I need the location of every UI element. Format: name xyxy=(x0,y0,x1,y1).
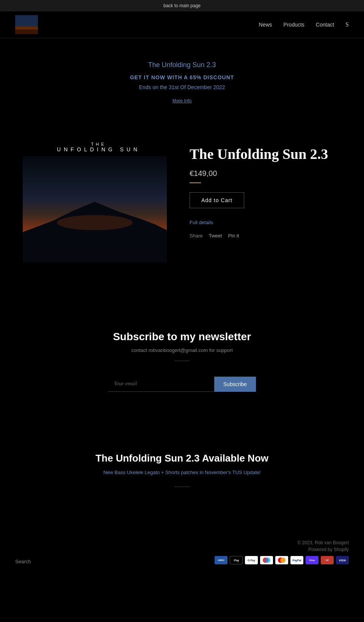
nav-news[interactable]: News xyxy=(259,22,272,28)
product-price: €149,00 xyxy=(190,169,341,178)
footer-banner-subtitle: New Bass Ukelele Legato + Shorts patches… xyxy=(15,470,349,475)
top-bar[interactable]: back to main page xyxy=(0,0,364,11)
product-image-main-label: UNFOLDING SUN xyxy=(23,146,174,152)
payment-shop-pay: Shop xyxy=(306,556,318,564)
payment-amex: AMEX xyxy=(215,556,228,564)
payment-paypal: PayPal xyxy=(290,556,303,564)
search-icon[interactable]: S xyxy=(345,21,349,28)
newsletter-divider xyxy=(174,361,190,361)
payment-google-pay: G Pay xyxy=(245,556,258,564)
full-details-link[interactable]: Full details xyxy=(190,220,341,225)
nav-contact[interactable]: Contact xyxy=(316,22,334,28)
product-image-title: THE UNFOLDING SUN xyxy=(23,142,174,152)
footer-right: © 2023, Rob van Boogert Powered by Shopi… xyxy=(215,540,349,564)
logo[interactable] xyxy=(15,15,38,34)
promo-ends-text: Ends on the 31st Of December 2022 xyxy=(8,84,356,90)
nav-products[interactable]: Products xyxy=(284,22,304,28)
pin-link[interactable]: Pin it xyxy=(228,233,239,239)
footer-copyright: © 2023, Rob van Boogert xyxy=(215,540,349,545)
social-share: Share Tweet Pin it xyxy=(190,233,341,239)
product-image-container: THE UNFOLDING SUN xyxy=(23,142,174,262)
footer-banner-divider xyxy=(174,487,190,487)
payment-mastercard xyxy=(275,556,288,564)
newsletter-subtitle: contact robvanboogert@gmail.com for supp… xyxy=(15,347,349,353)
payment-union-pay: UP xyxy=(321,556,334,564)
promo-section: The Unfolding Sun 2.3 GET IT NOW WITH A … xyxy=(0,38,364,119)
tweet-link[interactable]: Tweet xyxy=(209,233,222,239)
payment-visa: VISA xyxy=(336,556,349,564)
header: News Products Contact S xyxy=(0,11,364,38)
newsletter-form: Subscribe xyxy=(15,376,349,392)
svg-rect-2 xyxy=(15,30,38,34)
product-name: The Unfolding Sun 2.3 xyxy=(190,146,341,163)
back-to-main-link[interactable]: back to main page xyxy=(163,3,201,8)
share-label: Share xyxy=(190,233,203,239)
product-section: THE UNFOLDING SUN xyxy=(0,127,364,278)
product-image-the-label: THE xyxy=(23,142,174,146)
svg-point-8 xyxy=(265,558,270,563)
footer-powered: Powered by Shopify xyxy=(215,547,349,552)
email-input[interactable] xyxy=(108,376,214,392)
promo-discount: GET IT NOW WITH A 65% DISCOUNT xyxy=(8,74,356,80)
product-image xyxy=(23,156,167,262)
payment-apple-pay: Pay xyxy=(230,556,243,564)
subscribe-button[interactable]: Subscribe xyxy=(214,377,256,392)
footer: Search © 2023, Rob van Boogert Powered b… xyxy=(0,532,364,576)
footer-banner-title: The Unfolding Sun 2.3 Available Now xyxy=(15,452,349,464)
main-nav: News Products Contact S xyxy=(259,21,349,28)
footer-search-link[interactable]: Search xyxy=(15,559,31,564)
footer-banner: The Unfolding Sun 2.3 Available Now New … xyxy=(0,430,364,517)
product-cover-art xyxy=(23,156,167,262)
price-divider xyxy=(190,182,201,183)
newsletter-title: Subscribe to my newsletter xyxy=(15,331,349,343)
promo-title: The Unfolding Sun 2.3 xyxy=(8,61,356,69)
svg-point-10 xyxy=(280,558,286,563)
add-to-cart-button[interactable]: Add to Cart xyxy=(190,192,244,208)
svg-point-6 xyxy=(57,215,133,230)
payment-maestro xyxy=(260,556,273,564)
svg-rect-5 xyxy=(23,243,167,262)
more-info-link[interactable]: More Info xyxy=(173,98,192,104)
product-details: The Unfolding Sun 2.3 €149,00 Add to Car… xyxy=(190,142,341,239)
newsletter-section: Subscribe to my newsletter contact robva… xyxy=(0,300,364,415)
payment-icons: AMEX Pay G Pay PayPal Shop UP VISA xyxy=(215,556,349,564)
